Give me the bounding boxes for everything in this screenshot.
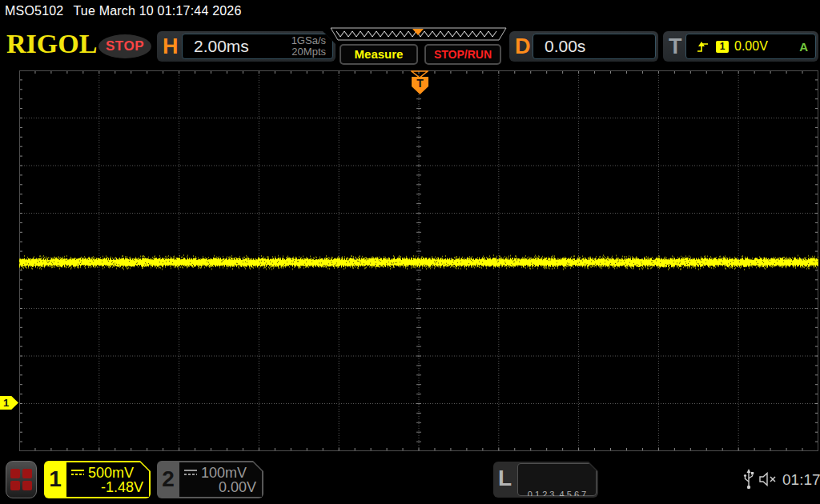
waveform-display[interactable]: T [19, 70, 818, 451]
dc-coupling-icon [184, 470, 197, 478]
channel1-badge[interactable]: 1 500mV -1.48V [44, 461, 151, 498]
horizontal-settings-box[interactable]: H 2.00ms 1GSa/s 20Mpts [157, 31, 336, 62]
status-bar: MSO5102Tue March 10 01:17:44 2026 [5, 4, 242, 18]
channel1-ground-marker[interactable]: 1 [0, 396, 18, 410]
menu-grid-icon [10, 469, 32, 490]
menu-button[interactable] [6, 461, 37, 498]
model-name: MSO5102 [5, 4, 63, 18]
delay-box[interactable]: D 0.00s [509, 31, 658, 62]
speaker-muted-icon [759, 472, 778, 486]
acquisition-info: 1GSa/s 20Mpts [291, 35, 332, 58]
trigger-box[interactable]: T 1 0.00V A [663, 31, 818, 62]
clock: 01:17 [782, 471, 820, 489]
delay-label: D [515, 34, 531, 59]
sample-rate: 1GSa/s [291, 35, 326, 46]
rigol-logo: RIGOL [6, 30, 97, 58]
trigger-mode: A [799, 40, 815, 54]
logic-channels-badge[interactable]: L 0 1 2 3 4 5 6 7 8 9 10 11 12 13 14 15 [493, 462, 598, 498]
channel1-trace [19, 70, 818, 451]
channel2-offset: 0.00V [219, 479, 256, 496]
stop-run-button[interactable]: STOP/RUN [424, 44, 501, 65]
measure-button[interactable]: Measure [340, 44, 418, 65]
datetime: Tue March 10 01:17:44 2026 [73, 4, 241, 18]
channel2-number: 2 [157, 461, 179, 498]
channel2-badge[interactable]: 2 100mV 0.00V [157, 461, 263, 498]
dc-coupling-icon [71, 470, 84, 478]
logic-row-1: 0 1 2 3 4 5 6 7 [518, 490, 596, 500]
rising-edge-icon [696, 41, 710, 53]
memory-depth: 20Mpts [291, 46, 326, 58]
trigger-source-badge: 1 [716, 41, 729, 53]
usb-icon [743, 469, 755, 490]
logic-label: L [498, 466, 512, 491]
delay-value: 0.00s [545, 37, 585, 56]
timebase-value: 2.00ms [194, 37, 249, 56]
channel1-offset: -1.48V [101, 479, 143, 496]
logic-channel-list: 0 1 2 3 4 5 6 7 8 9 10 11 12 13 14 15 [517, 463, 597, 496]
trigger-level-value: 0.00V [734, 39, 768, 54]
memory-bar-icon [330, 27, 508, 42]
channel1-number: 1 [44, 461, 66, 498]
trigger-label: T [669, 34, 682, 59]
run-state-badge[interactable]: STOP [98, 34, 151, 58]
oscilloscope-screen: MSO5102Tue March 10 01:17:44 2026 RIGOL … [0, 0, 820, 504]
waveform-memory-bar[interactable] [330, 27, 508, 42]
horizontal-label: H [163, 34, 179, 59]
